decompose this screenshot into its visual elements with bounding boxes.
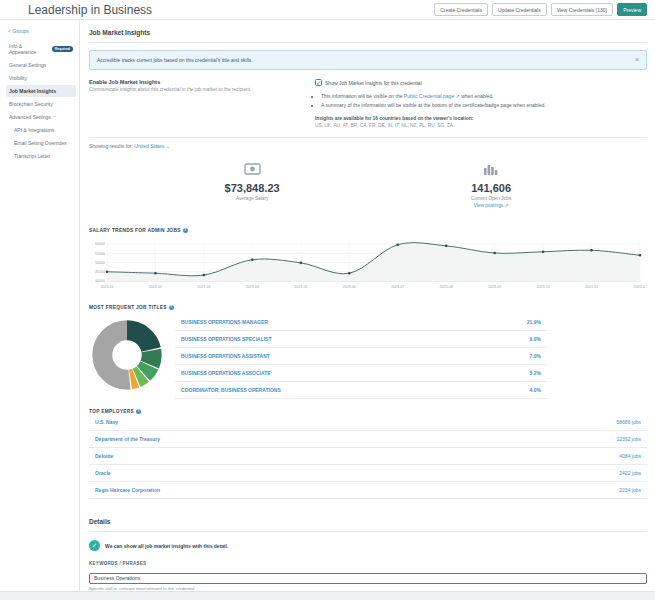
job-titles-label: Most frequent Job Titles ? xyxy=(89,305,647,310)
countries-list: US, UK, AU, AT, BR, CA, FR, DE, IN, IT, … xyxy=(315,123,647,128)
salary-trend-chart-svg: 40000450005000055000600002023-012023-022… xyxy=(89,237,645,291)
enable-insights-left: Enable Job Market Insights Communicate i… xyxy=(89,79,301,128)
sidebar-item-label: Transcript Letter xyxy=(14,153,50,159)
employer-link[interactable]: U.S. Navy xyxy=(95,419,118,425)
public-credential-page-link[interactable]: Public Credential page ↗ xyxy=(404,93,460,99)
average-salary-value: $73,848.23 xyxy=(225,182,280,194)
svg-text:60000: 60000 xyxy=(95,242,105,246)
keywords-label: Keywords / Phrases xyxy=(89,561,647,566)
top-employers-table: U.S. Navy58686 jobs Department of the Tr… xyxy=(89,414,647,499)
sidebar-item-label: Job Market Insights xyxy=(9,88,56,94)
sidebar-back-groups[interactable]: < Groups xyxy=(8,28,76,34)
alert-text: Accredible tracks current jobs based on … xyxy=(97,57,253,63)
sidebar-item-advanced-settings[interactable]: Advanced Settings ⌃ xyxy=(6,111,76,123)
svg-text:2023-01: 2023-01 xyxy=(100,285,113,289)
view-postings-link[interactable]: View postings ↗ xyxy=(471,203,512,208)
showing-results-label: Showing results for: xyxy=(89,143,133,149)
sidebar-item-job-market-insights[interactable]: Job Market Insights xyxy=(6,85,76,97)
table-row: Oracle2422 jobs xyxy=(89,465,647,482)
table-row: Business Operations Specialist9.9% xyxy=(175,331,547,348)
help-icon[interactable]: ? xyxy=(169,305,174,310)
svg-text:2023-02: 2023-02 xyxy=(149,285,162,289)
create-credentials-button[interactable]: Create Credentials xyxy=(434,3,488,16)
table-row: Coordinator, Business Operations4.0% xyxy=(175,382,547,399)
svg-text:2023-12: 2023-12 xyxy=(633,285,645,289)
topbar: Leadership in Business Create Credential… xyxy=(0,0,655,20)
sidebar-item-api-integrations[interactable]: API & Integrations xyxy=(6,124,76,136)
sidebar-item-label: Info & Appearance xyxy=(9,43,50,55)
svg-text:50000: 50000 xyxy=(95,261,105,265)
svg-text:2023-03: 2023-03 xyxy=(197,285,210,289)
bullet1-pre: This information will be visible on the xyxy=(321,93,404,99)
page-title: Leadership in Business xyxy=(28,3,152,17)
svg-text:55000: 55000 xyxy=(95,252,105,256)
country-selector[interactable]: United States ⌄ xyxy=(134,143,170,149)
svg-text:2023-09: 2023-09 xyxy=(488,285,501,289)
sidebar-item-general-settings[interactable]: General Settings xyxy=(6,59,76,71)
svg-text:45000: 45000 xyxy=(95,270,105,274)
topbar-actions: Create Credentials Update Credentials Vi… xyxy=(434,3,647,16)
job-title-link[interactable]: Business Operations Specialist xyxy=(181,336,271,342)
job-title-link[interactable]: Coordinator, Business Operations xyxy=(181,387,281,393)
employer-link[interactable]: Oracle xyxy=(95,470,111,476)
svg-text:40000: 40000 xyxy=(95,279,105,283)
back-link-label: Groups xyxy=(12,28,28,34)
job-title-link[interactable]: Business Operations Assistant xyxy=(181,353,270,359)
sidebar-item-transcript-letter[interactable]: Transcript Letter xyxy=(6,150,76,162)
job-title-percent: 9.9% xyxy=(530,336,541,342)
employer-link[interactable]: Department of the Treasury xyxy=(95,436,160,442)
collapse-caret-icon: ⌃ xyxy=(53,115,56,120)
update-credentials-button[interactable]: Update Credentials xyxy=(492,3,547,16)
sidebar-item-email-setting-overrides[interactable]: Email Setting Overrides xyxy=(6,137,76,149)
open-jobs-label: Current Open Jobs xyxy=(471,196,512,201)
svg-text:2023-10: 2023-10 xyxy=(536,285,549,289)
table-row: Business Operations Associate5.2% xyxy=(175,365,547,382)
enable-insights-desc: Communicate insights about this credenti… xyxy=(89,87,301,92)
bullet1-post: when enabled. xyxy=(460,93,494,99)
sidebar-item-info-appearance[interactable]: Info & Appearance Required xyxy=(6,40,76,58)
svg-text:2023-08: 2023-08 xyxy=(440,285,453,289)
sidebar-item-label: Visibility xyxy=(9,75,27,81)
info-alert: Accredible tracks current jobs based on … xyxy=(89,50,647,70)
top-employers-label-text: Top Employers xyxy=(89,409,134,414)
sidebar-item-label: General Settings xyxy=(9,62,46,68)
show-insights-check-row: ✓ Show Job Market Insights for this cred… xyxy=(315,79,647,86)
job-titles-donut-svg xyxy=(89,317,165,393)
close-icon[interactable]: × xyxy=(635,57,639,62)
insights-bullets: This information will be visible on the … xyxy=(321,93,647,108)
job-title-link[interactable]: Business Operations Manager xyxy=(181,319,268,325)
enable-insights-title: Enable Job Market Insights xyxy=(89,79,301,85)
details-success-row: ✓ We can show all job market insights wi… xyxy=(89,540,647,551)
show-insights-label: Show Job Market Insights for this creden… xyxy=(325,80,422,86)
keywords-input[interactable] xyxy=(89,573,647,584)
sidebar-item-blockchain-security[interactable]: Blockchain Security xyxy=(6,98,76,110)
employer-jobs-count[interactable]: 58686 jobs xyxy=(617,419,641,425)
show-insights-checkbox[interactable]: ✓ xyxy=(315,79,322,86)
employer-jobs-count[interactable]: 2422 jobs xyxy=(619,470,641,476)
help-icon[interactable]: ? xyxy=(183,228,188,233)
bar-chart-icon xyxy=(483,163,499,175)
job-title-link[interactable]: Business Operations Associate xyxy=(181,370,271,376)
average-salary-label: Average Salary xyxy=(225,196,280,201)
employer-jobs-count[interactable]: 2234 jobs xyxy=(619,487,641,493)
view-credentials-button[interactable]: View Credentials (130) xyxy=(551,3,614,16)
employer-jobs-count[interactable]: 4084 jobs xyxy=(619,453,641,459)
footer-strip xyxy=(0,591,655,600)
countries-note: Insights are available for 16 countries … xyxy=(315,116,647,121)
table-row: Business Operations Assistant7.0% xyxy=(175,348,547,365)
svg-text:2023-07: 2023-07 xyxy=(391,285,404,289)
main-layout: < Groups Info & Appearance Required Gene… xyxy=(0,20,655,591)
sidebar-item-visibility[interactable]: Visibility xyxy=(6,72,76,84)
preview-button[interactable]: Preview xyxy=(617,3,647,16)
sidebar-item-label: Email Setting Overrides xyxy=(14,140,67,146)
svg-text:2023-06: 2023-06 xyxy=(343,285,356,289)
insights-heading: Job Market Insights xyxy=(89,20,647,43)
employer-link[interactable]: Regis Haircare Corporation xyxy=(95,487,160,493)
money-icon xyxy=(244,163,261,175)
content-panel: Job Market Insights Accredible tracks cu… xyxy=(79,20,655,591)
salary-trend-chart: 40000450005000055000600002023-012023-022… xyxy=(89,237,647,295)
enable-insights-right: ✓ Show Job Market Insights for this cred… xyxy=(301,79,647,128)
employer-jobs-count[interactable]: 12392 jobs xyxy=(617,436,641,442)
employer-link[interactable]: Deloitte xyxy=(95,453,113,459)
svg-text:2023-04: 2023-04 xyxy=(246,285,259,289)
